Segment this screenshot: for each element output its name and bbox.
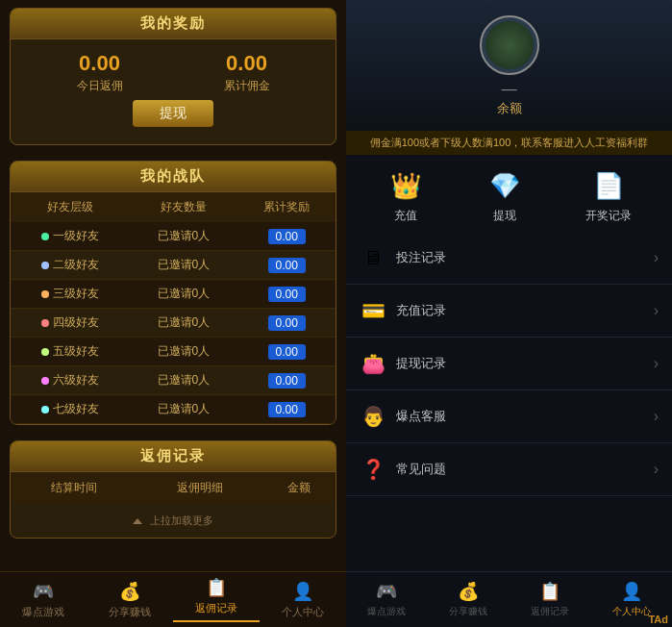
reward-cell: 0.00 — [238, 338, 336, 366]
level-text: 三级好友 — [53, 286, 99, 302]
profile-icon: 👤 — [292, 581, 313, 602]
rewards-header: 我的奖励 — [11, 9, 336, 39]
action-recharge-label: 充值 — [394, 208, 417, 224]
nav-profile[interactable]: 👤 个人中心 — [260, 572, 346, 627]
rebate-col-amount: 金额 — [263, 472, 336, 504]
withdraw-button[interactable]: 提现 — [133, 100, 213, 127]
left-panel: 我的奖励 0.00 今日返佣 0.00 累计佣金 提现 我的战队 好友层 — [0, 0, 346, 627]
level-text: 二级好友 — [53, 257, 99, 273]
balance-label: 余额 — [497, 100, 522, 117]
count-cell: 已邀请0人 — [129, 251, 237, 280]
level-cell: 六级好友 — [11, 366, 129, 395]
level-text: 一级好友 — [53, 228, 99, 244]
level-text: 七级好友 — [53, 401, 99, 417]
notice-bar: 佣金满100或者下级人数满100，联系客服进入人工资福利群 — [346, 131, 672, 155]
right-share-icon: 💰 — [458, 581, 479, 602]
team-header-row: 好友层级 好友数量 累计奖励 — [11, 192, 336, 222]
chevron-icon-4: › — [654, 408, 659, 425]
team-section: 我的战队 好友层级 好友数量 累计奖励 一级好友 已邀请0人 — [10, 161, 336, 425]
nav-share[interactable]: 💰 分享赚钱 — [87, 572, 173, 627]
level-cell: 一级好友 — [11, 222, 129, 251]
level-dot — [41, 377, 49, 385]
right-nav-rebate-label: 返佣记录 — [531, 605, 569, 618]
chevron-icon-3: › — [654, 355, 659, 372]
reward-badge: 0.00 — [268, 258, 306, 273]
menu-faq-label: 常见问题 — [396, 461, 654, 478]
right-nav-game-label: 爆点游戏 — [367, 605, 406, 618]
withdraw-rec-icon: 👛 — [360, 350, 386, 377]
right-nav-rebate[interactable]: 📋 返佣记录 — [510, 572, 591, 627]
total-rebate-label: 累计佣金 — [224, 78, 270, 94]
lottery-icon: 📄 — [589, 168, 628, 203]
right-nav-profile[interactable]: 👤 个人中心 — [590, 572, 672, 627]
action-lottery[interactable]: 📄 开奖记录 — [585, 168, 632, 224]
avatar — [480, 15, 539, 75]
reward-badge: 0.00 — [268, 229, 306, 244]
count-cell: 已邀请0人 — [129, 395, 237, 424]
team-row: 六级好友 已邀请0人 0.00 — [11, 366, 336, 395]
team-row: 一级好友 已邀请0人 0.00 — [11, 222, 336, 251]
level-cell: 二级好友 — [11, 251, 129, 280]
reward-cell: 0.00 — [238, 280, 336, 309]
right-nav-game[interactable]: 🎮 爆点游戏 — [346, 572, 428, 627]
level-cell: 七级好友 — [11, 395, 129, 424]
arrow-up-icon — [133, 518, 142, 524]
nav-game[interactable]: 🎮 爆点游戏 — [0, 572, 87, 627]
level-dot — [41, 233, 49, 240]
action-recharge[interactable]: 👑 充值 — [386, 168, 425, 224]
total-rebate-value: 0.00 — [224, 51, 270, 76]
recharge-icon: 👑 — [386, 168, 425, 203]
today-rebate-value: 0.00 — [77, 51, 123, 76]
chevron-icon-5: › — [654, 461, 659, 478]
reward-badge: 0.00 — [268, 373, 306, 389]
active-underline — [173, 620, 260, 622]
rewards-body: 0.00 今日返佣 0.00 累计佣金 提现 — [11, 39, 336, 144]
right-nav-share[interactable]: 💰 分享赚钱 — [428, 572, 510, 627]
col-level: 好友层级 — [11, 192, 129, 222]
team-header: 我的战队 — [11, 162, 336, 192]
game-icon: 🎮 — [33, 581, 54, 602]
level-dot — [41, 290, 49, 298]
team-table: 好友层级 好友数量 累计奖励 一级好友 已邀请0人 0.00 — [11, 192, 336, 424]
avatar-inner — [485, 21, 534, 69]
team-row: 二级好友 已邀请0人 0.00 — [11, 251, 336, 280]
team-row: 五级好友 已邀请0人 0.00 — [11, 338, 336, 366]
bet-icon: 🖥 — [360, 244, 386, 271]
team-body: 好友层级 好友数量 累计奖励 一级好友 已邀请0人 0.00 — [11, 192, 336, 424]
rebate-table: 结算时间 返佣明细 金额 — [11, 472, 336, 504]
service-icon: 👨 — [360, 403, 386, 430]
right-rebate-icon: 📋 — [539, 581, 560, 602]
menu-bet-records[interactable]: 🖥 投注记录 › — [346, 232, 672, 285]
nav-share-label: 分享赚钱 — [109, 605, 151, 619]
bottom-nav-right: 🎮 爆点游戏 💰 分享赚钱 📋 返佣记录 👤 个人中心 — [346, 571, 672, 627]
bottom-nav-left: 🎮 爆点游戏 💰 分享赚钱 📋 返佣记录 👤 个人中心 — [0, 571, 346, 627]
level-cell: 四级好友 — [11, 309, 129, 338]
level-text: 四级好友 — [53, 314, 99, 331]
rebate-col-detail: 返佣明细 — [137, 472, 262, 504]
rebate-header: 返佣记录 — [11, 441, 336, 472]
reward-cell: 0.00 — [238, 366, 336, 395]
rebate-section: 返佣记录 结算时间 返佣明细 金额 上拉加载更多 — [10, 440, 336, 539]
level-dot — [41, 262, 49, 269]
menu-withdraw-records[interactable]: 👛 提现记录 › — [346, 338, 672, 390]
rebate-hint: 上拉加载更多 — [11, 504, 336, 538]
reward-badge: 0.00 — [268, 315, 306, 331]
today-rebate-label: 今日返佣 — [77, 78, 123, 94]
nav-rebate-label: 返佣记录 — [195, 601, 237, 615]
menu-bet-label: 投注记录 — [396, 249, 654, 266]
team-row: 四级好友 已邀请0人 0.00 — [11, 309, 336, 338]
reward-badge: 0.00 — [268, 344, 306, 360]
faq-icon: ❓ — [360, 456, 386, 483]
chevron-icon-2: › — [654, 302, 659, 319]
action-row: 👑 充值 💎 提现 📄 开奖记录 — [346, 155, 672, 232]
nav-rebate[interactable]: 📋 返佣记录 — [173, 572, 260, 627]
reward-cell: 0.00 — [238, 222, 336, 251]
rewards-row: 0.00 今日返佣 0.00 累计佣金 — [26, 51, 320, 94]
right-game-icon: 🎮 — [376, 581, 397, 602]
action-withdraw[interactable]: 💎 提现 — [485, 168, 524, 224]
level-cell: 三级好友 — [11, 280, 129, 309]
rebate-header-row: 结算时间 返佣明细 金额 — [11, 472, 336, 504]
menu-faq[interactable]: ❓ 常见问题 › — [346, 443, 672, 496]
menu-customer-service[interactable]: 👨 爆点客服 › — [346, 390, 672, 443]
menu-recharge-records[interactable]: 💳 充值记录 › — [346, 285, 672, 338]
